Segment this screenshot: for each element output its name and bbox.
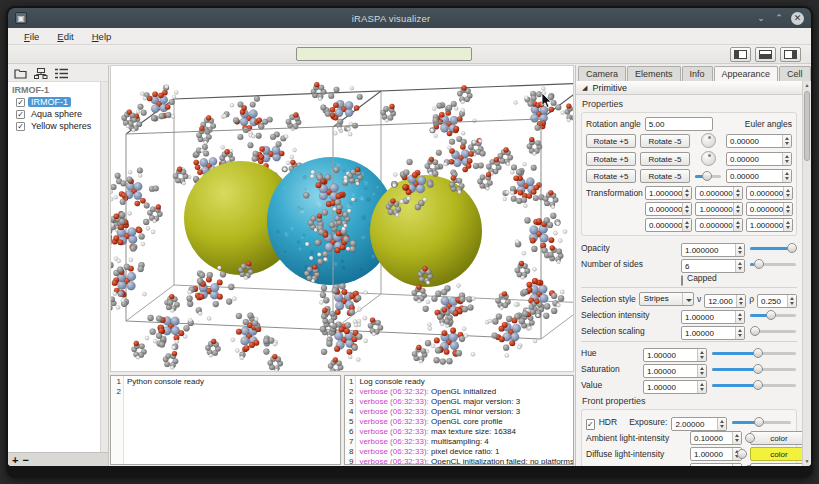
spin-arrows[interactable] <box>732 432 741 444</box>
toggle-right-panel-button[interactable] <box>780 47 801 62</box>
list-icon[interactable] <box>55 68 68 79</box>
spin-arrows[interactable] <box>782 153 791 165</box>
inspector-scrollbar[interactable]: ▲ ▼ <box>802 81 811 466</box>
spin-arrows[interactable] <box>783 203 792 215</box>
rotate-minus-button-0[interactable]: Rotate -5 <box>640 134 690 148</box>
spin-down-icon[interactable] <box>783 159 791 165</box>
front-hdr-checkbox[interactable]: ✓ <box>586 419 595 430</box>
tree-item-checkbox[interactable]: ✓ <box>16 122 25 131</box>
rotate-minus-button-1[interactable]: Rotate -5 <box>640 152 690 166</box>
slider-knob[interactable] <box>766 310 776 320</box>
transformation-cell-0-1[interactable]: 0.000000 <box>695 186 742 200</box>
spin-arrows[interactable] <box>735 311 744 323</box>
close-icon[interactable]: ✕ <box>791 12 804 25</box>
front-exposure-spinbox[interactable]: 2.00000 <box>671 417 727 431</box>
number-of-sides-spinbox[interactable]: 6 <box>681 259 745 273</box>
scrollbar-thumb[interactable] <box>804 91 810 161</box>
rotate-plus-button-1[interactable]: Rotate +5 <box>586 152 636 166</box>
euler-angle-spinbox-1[interactable]: 0.00000 <box>726 152 792 166</box>
folder-icon[interactable] <box>14 68 27 79</box>
minimize-icon[interactable]: ⌄ <box>755 13 767 23</box>
add-structure-button[interactable]: + <box>12 455 18 465</box>
scroll-down-icon[interactable]: ▼ <box>803 457 811 466</box>
tree-item-checkbox[interactable]: ✓ <box>16 110 25 119</box>
tree-item-aqua-sphere[interactable]: ✓Aqua sphere <box>8 108 108 120</box>
value-spinbox[interactable]: 1.00000 <box>643 380 707 394</box>
spin-arrows[interactable] <box>783 219 792 231</box>
remove-structure-button[interactable]: − <box>22 455 28 465</box>
slider-knob[interactable] <box>745 433 755 443</box>
slider-knob[interactable] <box>753 380 763 390</box>
tree-item-label[interactable]: Aqua sphere <box>28 109 85 119</box>
rotate-plus-button-2[interactable]: Rotate +5 <box>586 169 636 183</box>
spin-up-icon[interactable] <box>733 464 741 467</box>
transformation-cell-1-1[interactable]: 1.000000 <box>695 202 742 216</box>
rotate-minus-button-2[interactable]: Rotate -5 <box>640 169 690 183</box>
slider-knob[interactable] <box>753 348 763 358</box>
light-row-spinbox-1[interactable]: 1.00000 <box>690 447 742 461</box>
spin-down-icon[interactable] <box>733 438 741 444</box>
number-of-sides-slider[interactable] <box>749 257 797 271</box>
capped-checkbox[interactable] <box>681 275 683 286</box>
spin-arrows[interactable] <box>736 295 745 307</box>
spin-arrows[interactable] <box>733 219 742 231</box>
spin-down-icon[interactable] <box>734 209 742 215</box>
python-console[interactable]: 12 Python console ready <box>110 375 341 465</box>
euler-dial-1[interactable] <box>701 151 716 166</box>
spin-arrows[interactable] <box>733 187 742 199</box>
rotation-angle-field[interactable]: 5.00 <box>645 117 713 131</box>
tree-item-label[interactable]: IRMOF-1 <box>28 97 71 107</box>
light-row-spinbox-2[interactable]: 0.20000 <box>690 463 742 467</box>
front-exposure-slider[interactable] <box>731 415 792 429</box>
spin-arrows[interactable] <box>717 418 726 430</box>
primitive-section-header[interactable]: ◢ Primitive <box>576 81 802 95</box>
slider-knob[interactable] <box>753 364 763 374</box>
slider-knob[interactable] <box>787 243 797 253</box>
transformation-cell-2-1[interactable]: 0.000000 <box>695 218 742 232</box>
spin-arrows[interactable] <box>783 187 792 199</box>
menu-edit[interactable]: Edit <box>49 30 81 43</box>
spin-arrows[interactable] <box>735 244 744 256</box>
euler-angle-spinbox-0[interactable]: 0.00000 <box>726 134 792 148</box>
spin-down-icon[interactable] <box>683 225 691 231</box>
spin-down-icon[interactable] <box>683 209 691 215</box>
opacity-slider[interactable] <box>749 241 797 255</box>
spin-arrows[interactable] <box>787 295 796 307</box>
spin-down-icon[interactable] <box>784 193 792 199</box>
rotate-plus-button-0[interactable]: Rotate +5 <box>586 134 636 148</box>
tab-camera[interactable]: Camera <box>578 66 626 81</box>
toggle-left-panel-button[interactable] <box>730 47 751 62</box>
spin-down-icon[interactable] <box>698 355 706 361</box>
spin-arrows[interactable] <box>697 381 706 393</box>
spin-down-icon[interactable] <box>734 193 742 199</box>
tree-item-checkbox[interactable]: ✓ <box>16 98 25 107</box>
spin-arrows[interactable] <box>732 464 741 467</box>
slider-knob[interactable] <box>737 449 747 459</box>
euler-dial-0[interactable] <box>701 133 716 148</box>
spin-down-icon[interactable] <box>736 333 744 339</box>
spin-arrows[interactable] <box>682 219 691 231</box>
spin-arrows[interactable] <box>735 327 744 339</box>
hue-slider[interactable] <box>711 346 797 360</box>
transformation-cell-2-0[interactable]: 0.000000 <box>645 218 692 232</box>
slider-knob[interactable] <box>750 326 760 336</box>
sidebar-scrollbar[interactable] <box>100 82 108 452</box>
spin-arrows[interactable] <box>682 203 691 215</box>
transformation-cell-0-2[interactable]: 0.000000 <box>746 186 793 200</box>
euler-slider[interactable] <box>694 169 722 183</box>
euler-angle-spinbox-2[interactable]: 0.00000 <box>726 169 792 183</box>
saturation-slider[interactable] <box>711 362 797 376</box>
transformation-cell-1-0[interactable]: 0.000000 <box>645 202 692 216</box>
tab-info[interactable]: Info <box>682 66 713 81</box>
spin-arrows[interactable] <box>697 365 706 377</box>
slider-knob[interactable] <box>754 259 764 269</box>
color-button-2[interactable]: color <box>750 463 802 467</box>
spin-down-icon[interactable] <box>698 387 706 393</box>
slider-knob[interactable] <box>702 171 712 181</box>
menu-file[interactable]: File <box>16 30 47 43</box>
tree-item-label[interactable]: Yellow spheres <box>28 121 94 131</box>
spin-down-icon[interactable] <box>734 225 742 231</box>
transformation-cell-1-2[interactable]: 0.000000 <box>746 202 793 216</box>
spin-arrows[interactable] <box>682 187 691 199</box>
light-row-spinbox-0[interactable]: 0.10000 <box>690 431 742 445</box>
